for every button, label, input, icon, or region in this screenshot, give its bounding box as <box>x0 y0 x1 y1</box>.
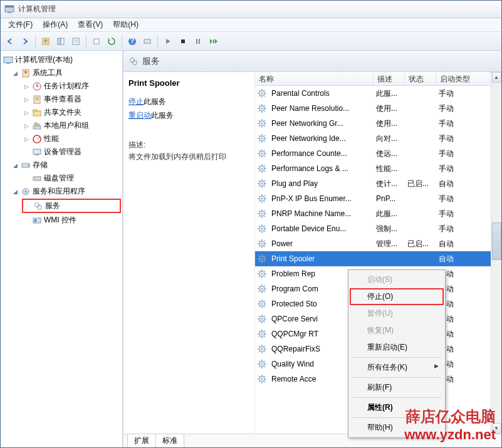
gear-icon <box>257 299 267 309</box>
titlebar: 计算机管理 <box>1 1 501 18</box>
tree-event-viewer[interactable]: ▷事件查看器 <box>22 93 121 105</box>
svg-line-56 <box>259 96 260 97</box>
tree-shared-folders[interactable]: ▷共享文件夹 <box>22 107 121 118</box>
service-row[interactable]: PNRP Machine Name...此服...手动 <box>255 206 501 221</box>
menu-view[interactable]: 查看(V) <box>73 18 108 31</box>
up-button[interactable] <box>39 34 53 48</box>
vertical-scrollbar[interactable]: ▲ ▼ <box>491 72 501 434</box>
service-row[interactable]: Performance Logs & ...性能...手动 <box>255 161 501 176</box>
svg-line-104 <box>259 165 260 167</box>
svg-point-239 <box>261 378 263 380</box>
scroll-thumb[interactable] <box>492 222 501 260</box>
tree-root[interactable]: 计算机管理(本地) <box>2 54 121 66</box>
svg-line-207 <box>264 316 266 317</box>
tree-services[interactable]: ▷服务 <box>22 199 121 213</box>
service-row[interactable]: Performance Counte...使远...手动 <box>255 146 501 161</box>
ctx-properties[interactable]: 属性(R) <box>350 399 444 416</box>
scroll-down-arrow[interactable]: ▼ <box>492 423 501 434</box>
main-header: 服务 <box>123 51 501 72</box>
svc-name: Peer Networking Ide... <box>269 134 374 143</box>
tree-disk-management[interactable]: ▷磁盘管理 <box>22 172 121 184</box>
tree-wmi-control[interactable]: ▷WMI 控件 <box>22 214 121 226</box>
expand-icon[interactable]: ▷ <box>23 83 30 90</box>
svg-line-106 <box>259 171 260 172</box>
refresh-button[interactable] <box>105 34 118 48</box>
ctx-help[interactable]: 帮助(H) <box>350 419 444 436</box>
collapse-icon[interactable]: ◢ <box>12 162 19 169</box>
service-row[interactable]: Plug and Play使计...已启...自动 <box>255 176 501 191</box>
help-button[interactable]: ? <box>125 34 139 48</box>
menu-help[interactable]: 帮助(H) <box>108 18 144 31</box>
expand-icon[interactable]: ▷ <box>23 122 30 129</box>
pause-button[interactable] <box>191 34 205 48</box>
svg-rect-18 <box>6 63 10 64</box>
tree-storage[interactable]: ◢存储 <box>11 159 121 171</box>
svg-rect-2 <box>8 12 11 13</box>
menu-file[interactable]: 文件(F) <box>3 18 38 31</box>
tree-device-manager[interactable]: ▷设备管理器 <box>22 146 121 158</box>
svg-line-55 <box>264 96 266 97</box>
svg-line-166 <box>259 261 260 263</box>
service-row[interactable]: Portable Device Enu...强制...手动 <box>255 221 501 236</box>
svg-line-176 <box>259 276 260 278</box>
ctx-refresh[interactable]: 刷新(F) <box>350 379 444 396</box>
stop-link[interactable]: 停止 <box>128 97 144 106</box>
forward-button[interactable] <box>18 34 32 48</box>
collapse-icon[interactable]: ◢ <box>12 70 19 76</box>
svg-point-49 <box>261 93 263 95</box>
tab-standard[interactable]: 标准 <box>155 434 184 447</box>
expand-icon[interactable]: ▷ <box>23 135 30 142</box>
ctx-stop[interactable]: 停止(O) <box>350 288 444 305</box>
scroll-up-arrow[interactable]: ▲ <box>492 72 501 83</box>
tab-extended[interactable]: 扩展 <box>127 434 156 447</box>
svg-rect-12 <box>144 39 150 43</box>
service-row[interactable]: Parental Controls此服...手动 <box>255 86 501 101</box>
col-state[interactable]: 状态 <box>405 72 436 85</box>
svg-point-219 <box>261 348 263 350</box>
play-button[interactable] <box>161 34 175 48</box>
restart-button[interactable] <box>206 34 220 48</box>
svg-line-245 <box>264 382 266 383</box>
svg-line-75 <box>264 126 266 127</box>
service-row[interactable]: Peer Name Resolutio...使用...手动 <box>255 101 501 116</box>
svg-line-65 <box>264 111 266 112</box>
service-row[interactable]: Power管理...已启...自动 <box>255 236 501 251</box>
svg-line-165 <box>264 261 266 263</box>
desc-text: 将文件加载到内存供稍后打印 <box>128 152 249 162</box>
detail-pane: Print Spooler 停止此服务 重启动此服务 描述: 将文件加载到内存供… <box>123 72 255 434</box>
service-row[interactable]: Peer Networking Ide...向对...手动 <box>255 131 501 146</box>
svg-rect-13 <box>181 39 185 43</box>
col-name[interactable]: 名称 <box>255 72 374 85</box>
expand-icon[interactable]: ▷ <box>23 109 30 116</box>
service-row[interactable]: Print Spooler自动 <box>255 251 501 266</box>
svg-line-146 <box>259 231 260 232</box>
tree-local-users[interactable]: ▷本地用户和组 <box>22 120 121 132</box>
gear-icon <box>257 359 267 369</box>
ctx-all-tasks[interactable]: 所有任务(K)▶ <box>350 359 444 376</box>
properties-button[interactable] <box>69 34 83 48</box>
svg-point-59 <box>261 108 263 110</box>
collapse-icon[interactable]: ◢ <box>12 188 19 195</box>
tree-system-tools[interactable]: ◢系统工具 <box>11 67 121 79</box>
tree-performance[interactable]: ▷性能 <box>22 133 121 145</box>
menu-action[interactable]: 操作(A) <box>38 18 73 31</box>
show-hide-tree-button[interactable] <box>54 34 68 48</box>
col-desc[interactable]: 描述 <box>374 72 405 85</box>
restart-link[interactable]: 重启动 <box>128 111 151 120</box>
stop-button[interactable] <box>176 34 190 48</box>
expand-icon[interactable]: ▷ <box>23 96 30 103</box>
svg-rect-31 <box>33 126 41 129</box>
back-button[interactable] <box>3 34 17 48</box>
service-row[interactable]: PnP-X IP Bus Enumer...PnP...手动 <box>255 191 501 206</box>
connect-button[interactable] <box>140 34 154 48</box>
svg-line-224 <box>259 346 260 347</box>
export-button[interactable] <box>90 34 103 48</box>
service-row[interactable]: Peer Networking Gr...使用...手动 <box>255 116 501 131</box>
svg-line-234 <box>259 361 260 362</box>
ctx-start: 启动(S) <box>350 271 444 288</box>
tree-services-apps[interactable]: ◢服务和应用程序 <box>11 185 121 197</box>
svc-desc: 使用... <box>374 118 405 129</box>
tree-task-scheduler[interactable]: ▷任务计划程序 <box>22 80 121 92</box>
svc-desc: 使用... <box>374 103 405 114</box>
ctx-restart[interactable]: 重新启动(E) <box>350 339 444 356</box>
